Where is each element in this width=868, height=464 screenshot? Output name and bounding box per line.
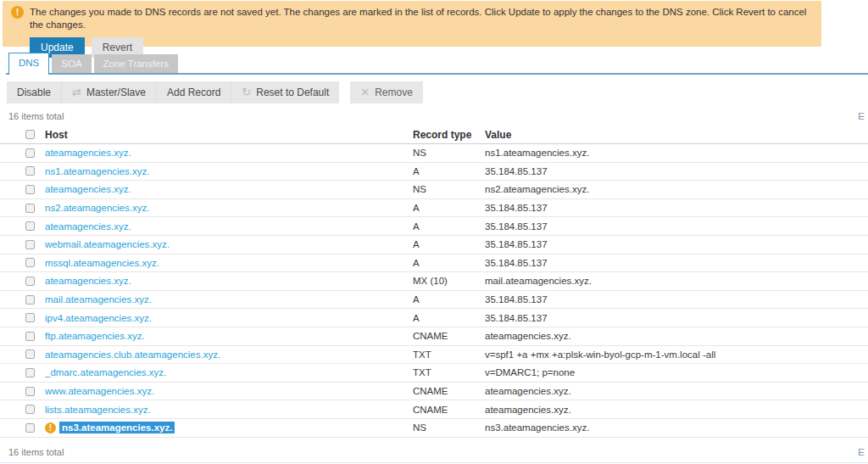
tab-dns[interactable]: DNS xyxy=(8,53,49,75)
toolbar-group-remove: ✕ Remove xyxy=(350,81,423,103)
host-cell: ! lists.ateamagencies.xyz. xyxy=(45,405,413,415)
host-link[interactable]: ateamagencies.xyz. xyxy=(45,184,131,194)
host-link[interactable]: www.ateamagencies.xyz. xyxy=(45,386,154,396)
remove-button[interactable]: ✕ Remove xyxy=(350,81,423,103)
remove-icon: ✕ xyxy=(360,87,370,98)
items-total-top-label: 16 items total xyxy=(8,111,64,121)
column-header-host[interactable]: Host xyxy=(45,129,413,141)
items-total-top: 16 items total E xyxy=(8,111,866,121)
tab-soa[interactable]: SOA xyxy=(52,54,91,73)
record-type-cell: MX (10) xyxy=(413,276,485,286)
host-link[interactable]: _dmarc.ateamagencies.xyz. xyxy=(45,367,166,377)
entries-link-truncated-bottom[interactable]: E xyxy=(858,447,865,457)
host-cell: ! ftp.ateamagencies.xyz. xyxy=(45,331,413,341)
host-link[interactable]: ftp.ateamagencies.xyz. xyxy=(45,331,145,341)
reset-to-default-button[interactable]: ↻ Reset to Default xyxy=(231,81,339,103)
select-all-checkbox[interactable] xyxy=(25,130,35,139)
add-record-button[interactable]: Add Record xyxy=(156,81,231,103)
column-header-value[interactable]: Value xyxy=(485,129,868,141)
host-link[interactable]: ateamagencies.xyz. xyxy=(45,276,131,286)
dns-zone-records-page: ! The changes you made to DNS records ar… xyxy=(0,0,868,464)
table-row: ! ateamagencies.xyz. A 35.184.85.137 xyxy=(0,217,868,236)
record-type-cell: NS xyxy=(413,184,485,194)
row-checkbox[interactable] xyxy=(25,148,35,158)
record-type-cell: CNAME xyxy=(413,386,485,396)
row-checkbox[interactable] xyxy=(25,423,35,433)
entries-link-truncated[interactable]: E xyxy=(858,111,865,121)
table-row: ! www.ateamagencies.xyz. CNAME ateamagen… xyxy=(0,383,868,401)
table-row: ! ipv4.ateamagencies.xyz. A 35.184.85.13… xyxy=(0,309,868,327)
record-value-cell: ateamagencies.xyz. xyxy=(485,331,868,341)
record-value-cell: 35.184.85.137 xyxy=(485,258,868,268)
warning-icon: ! xyxy=(11,6,24,19)
host-cell: ! ns1.ateamagencies.xyz. xyxy=(45,166,413,176)
host-cell: ! ipv4.ateamagencies.xyz. xyxy=(45,313,413,323)
host-link[interactable]: mssql.ateamagencies.xyz. xyxy=(45,258,159,268)
record-type-cell: NS xyxy=(413,148,485,158)
host-link[interactable]: ns1.ateamagencies.xyz. xyxy=(45,166,149,176)
row-checkbox[interactable] xyxy=(25,405,35,414)
table-row: ! webmail.ateamagencies.xyz. A 35.184.85… xyxy=(0,236,868,254)
tab-zone-transfers[interactable]: Zone Transfers xyxy=(94,54,178,73)
table-row: ! _dmarc.ateamagencies.xyz. TXT v=DMARC1… xyxy=(0,364,868,383)
row-checkbox[interactable] xyxy=(25,166,35,176)
host-link[interactable]: ns2.ateamagencies.xyz. xyxy=(45,203,149,213)
record-value-cell: 35.184.85.137 xyxy=(485,313,868,323)
toolbar-group-main: Disable ⇄ Master/Slave Add Record ↻ Rese… xyxy=(7,81,339,103)
host-link[interactable]: webmail.ateamagencies.xyz. xyxy=(45,239,170,249)
host-link[interactable]: ateamagencies.xyz. xyxy=(45,221,131,232)
record-value-cell: 35.184.85.137 xyxy=(485,239,868,249)
items-total-bottom: 16 items total E xyxy=(8,447,866,457)
table-body: ! ateamagencies.xyz. NS ns1.ateamagencie… xyxy=(0,144,868,438)
table-row: ! ftp.ateamagencies.xyz. CNAME ateamagen… xyxy=(0,327,868,346)
host-link[interactable]: ateamagencies.xyz. xyxy=(45,148,131,158)
row-checkbox[interactable] xyxy=(25,349,35,359)
row-checkbox[interactable] xyxy=(25,295,35,305)
column-header-record-type[interactable]: Record type xyxy=(413,129,485,141)
host-link[interactable]: ns3.ateamagencies.xyz. xyxy=(59,422,175,433)
master-slave-button[interactable]: ⇄ Master/Slave xyxy=(61,81,156,103)
add-record-label: Add Record xyxy=(167,87,220,98)
record-type-cell: A xyxy=(413,166,485,176)
record-type-cell: A xyxy=(413,313,485,323)
host-cell: ! ateamagencies.xyz. xyxy=(45,221,413,232)
record-type-cell: A xyxy=(413,221,485,232)
host-cell: ! mail.ateamagencies.xyz. xyxy=(45,294,413,305)
dns-records-table: Host Record type Value ! ateamagencies.x… xyxy=(0,126,868,438)
items-total-bottom-label: 16 items total xyxy=(8,447,64,457)
host-link[interactable]: ateamagencies.club.ateamagencies.xyz. xyxy=(45,349,220,360)
record-value-cell: 35.184.85.137 xyxy=(485,203,868,213)
record-type-cell: NS xyxy=(413,422,485,433)
row-checkbox[interactable] xyxy=(25,368,35,377)
master-slave-label: Master/Slave xyxy=(86,87,146,98)
row-checkbox[interactable] xyxy=(25,221,35,231)
row-checkbox[interactable] xyxy=(25,240,35,249)
host-link[interactable]: ipv4.ateamagencies.xyz. xyxy=(45,313,152,323)
tab-bar: DNS SOA Zone Transfers xyxy=(6,53,868,75)
host-cell: ! ateamagencies.xyz. xyxy=(45,276,413,286)
row-checkbox[interactable] xyxy=(25,258,35,267)
row-checkbox[interactable] xyxy=(25,387,35,396)
record-value-cell: ateamagencies.xyz. xyxy=(485,405,868,415)
record-value-cell: mail.ateamagencies.xyz. xyxy=(485,276,868,286)
toolbar: Disable ⇄ Master/Slave Add Record ↻ Rese… xyxy=(7,81,423,103)
host-link[interactable]: mail.ateamagencies.xyz. xyxy=(45,294,152,305)
table-row: ! ns1.ateamagencies.xyz. A 35.184.85.137 xyxy=(0,163,868,182)
row-warning-icon: ! xyxy=(45,422,56,433)
record-type-cell: A xyxy=(413,203,485,213)
record-type-cell: A xyxy=(413,258,485,268)
row-checkbox[interactable] xyxy=(25,313,35,322)
remove-label: Remove xyxy=(375,87,413,98)
row-checkbox[interactable] xyxy=(25,332,35,341)
table-row: ! ns3.ateamagencies.xyz. NS ns3.ateamage… xyxy=(0,419,868,438)
row-checkbox[interactable] xyxy=(25,204,35,213)
table-row: ! ateamagencies.club.ateamagencies.xyz. … xyxy=(0,346,868,365)
record-value-cell: v=DMARC1; p=none xyxy=(485,367,868,377)
host-link[interactable]: lists.ateamagencies.xyz. xyxy=(45,405,151,415)
disable-button[interactable]: Disable xyxy=(7,81,61,103)
row-checkbox[interactable] xyxy=(25,277,35,286)
record-value-cell: ateamagencies.xyz. xyxy=(485,386,868,396)
reset-label: Reset to Default xyxy=(256,87,329,98)
row-checkbox[interactable] xyxy=(25,185,35,194)
reset-icon: ↻ xyxy=(242,87,251,98)
